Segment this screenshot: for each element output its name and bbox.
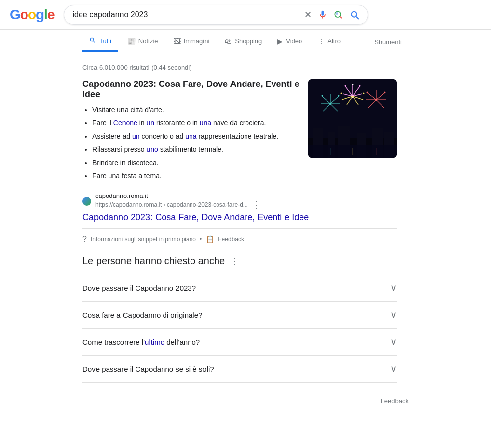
tab-immagini-label: Immagini bbox=[184, 37, 210, 45]
featured-snippet: Capodanno 2023: Cosa Fare, Dove Andare, … bbox=[82, 79, 397, 186]
mic-icon[interactable] bbox=[318, 10, 327, 20]
chevron-down-icon-4: ∨ bbox=[390, 364, 397, 374]
svg-point-41 bbox=[322, 95, 323, 97]
list-item: Fare il Cenone in un ristorante o in una… bbox=[92, 118, 300, 128]
fireworks-image bbox=[308, 79, 397, 158]
search-input[interactable] bbox=[72, 10, 304, 19]
list-item: Brindare in discoteca. bbox=[92, 158, 300, 168]
snippet-title: Capodanno 2023: Cosa Fare, Dove Andare, … bbox=[82, 79, 300, 100]
tab-altro-label: Altro bbox=[327, 37, 341, 45]
svg-point-44 bbox=[384, 92, 386, 93]
tab-notizie[interactable]: 📰 Notizie bbox=[120, 32, 165, 52]
tab-tutti[interactable]: Tutti bbox=[82, 32, 118, 52]
paa-item-1: Dove passare il Capodanno 2023? ∨ bbox=[82, 275, 397, 302]
source-domain: capodanno.roma.it bbox=[95, 192, 261, 199]
logo-o2: o bbox=[28, 7, 36, 23]
nav-tabs: Tutti 📰 Notizie 🖼 Immagini 🛍 Shopping ▶ … bbox=[0, 30, 491, 54]
shopping-tab-icon: 🛍 bbox=[225, 37, 232, 45]
svg-point-38 bbox=[352, 84, 354, 85]
search-icons: ✕ bbox=[304, 9, 360, 20]
snippet-list: Visitare una città d'arte. Fare il Cenon… bbox=[82, 105, 300, 181]
logo-l: l bbox=[44, 7, 47, 23]
video-tab-icon: ▶ bbox=[277, 37, 283, 45]
paa-question-4[interactable]: Dove passare il Capodanno se si è soli? … bbox=[82, 356, 397, 382]
info-icon: ? bbox=[82, 235, 87, 244]
search-button-icon[interactable] bbox=[349, 9, 360, 20]
tab-altro[interactable]: ⋮ Altro bbox=[311, 32, 348, 52]
paa-item-4: Dove passare il Capodanno se si è soli? … bbox=[82, 356, 397, 383]
chevron-down-icon-3: ∨ bbox=[390, 336, 397, 347]
results-count: Circa 6.010.000 risultati (0,44 secondi) bbox=[82, 64, 397, 71]
paa-item-3: Come trascorrere l'ultimo dell'anno? ∨ bbox=[82, 329, 397, 356]
dot-separator: • bbox=[200, 236, 202, 243]
chevron-down-icon-1: ∨ bbox=[390, 282, 397, 293]
more-options-icon[interactable]: ⋮ bbox=[252, 199, 261, 210]
paa-question-1[interactable]: Dove passare il Capodanno 2023? ∨ bbox=[82, 275, 397, 301]
paa-header: Le persone hanno chiesto anche ⋮ bbox=[82, 255, 397, 267]
list-item: Assistere ad un concerto o ad una rappre… bbox=[92, 131, 300, 141]
paa-question-3[interactable]: Come trascorrere l'ultimo dell'anno? ∨ bbox=[82, 329, 397, 355]
list-item: Visitare una città d'arte. bbox=[92, 105, 300, 115]
paa-question-text-2: Cosa fare a Capodanno di originale? bbox=[82, 311, 202, 319]
logo-e: e bbox=[47, 7, 55, 23]
feedback-icon: 📋 bbox=[206, 235, 214, 243]
snippet-content: Capodanno 2023: Cosa Fare, Dove Andare, … bbox=[82, 79, 300, 186]
snippet-feedback-button[interactable]: Feedback bbox=[218, 236, 244, 243]
paa-question-2[interactable]: Cosa fare a Capodanno di originale? ∨ bbox=[82, 302, 397, 328]
source-favicon bbox=[82, 197, 91, 206]
svg-point-40 bbox=[363, 93, 365, 94]
tab-shopping-label: Shopping bbox=[235, 37, 262, 45]
snippet-info-text[interactable]: Informazioni sugli snippet in primo pian… bbox=[91, 236, 196, 243]
google-logo[interactable]: G o o g l e bbox=[10, 7, 54, 23]
list-item: Rilassarsi presso uno stabilimento terma… bbox=[92, 144, 300, 155]
tab-notizie-label: Notizie bbox=[138, 37, 158, 45]
clear-icon[interactable]: ✕ bbox=[304, 9, 312, 20]
bottom-feedback[interactable]: Feedback bbox=[0, 392, 491, 410]
notizie-tab-icon: 📰 bbox=[127, 37, 136, 45]
paa-item-2: Cosa fare a Capodanno di originale? ∨ bbox=[82, 302, 397, 329]
snippet-footer: ? Informazioni sugli snippet in primo pi… bbox=[82, 235, 397, 244]
tab-immagini[interactable]: 🖼 Immagini bbox=[167, 32, 217, 52]
strumenti-button[interactable]: Strumenti bbox=[367, 33, 409, 51]
chevron-down-icon-2: ∨ bbox=[390, 309, 397, 320]
source-info: capodanno.roma.it https://capodanno.roma… bbox=[82, 192, 397, 210]
tab-shopping[interactable]: 🛍 Shopping bbox=[218, 32, 269, 52]
svg-point-42 bbox=[338, 95, 340, 97]
result-link[interactable]: Capodanno 2023: Cosa Fare, Dove Andare, … bbox=[82, 212, 397, 223]
svg-point-36 bbox=[345, 85, 346, 87]
logo-o1: o bbox=[20, 7, 28, 23]
paa-more-icon[interactable]: ⋮ bbox=[230, 256, 239, 267]
header: G o o g l e ✕ bbox=[0, 0, 491, 30]
source-details: capodanno.roma.it https://capodanno.roma… bbox=[95, 192, 261, 210]
paa-question-text-4: Dove passare il Capodanno se si è soli? bbox=[82, 365, 214, 373]
svg-point-1 bbox=[336, 12, 338, 15]
paa-title: Le persone hanno chiesto anche bbox=[82, 255, 225, 267]
search-bar: ✕ bbox=[64, 5, 368, 25]
logo-g: G bbox=[10, 7, 20, 23]
list-item: Fare una festa a tema. bbox=[92, 171, 300, 181]
svg-point-37 bbox=[359, 85, 361, 87]
tab-video-label: Video bbox=[286, 37, 302, 45]
source-url: https://capodanno.roma.it › capodanno-20… bbox=[95, 201, 248, 208]
tab-video[interactable]: ▶ Video bbox=[271, 32, 309, 52]
svg-point-43 bbox=[367, 92, 368, 93]
results-container: Circa 6.010.000 risultati (0,44 secondi)… bbox=[82, 64, 397, 383]
paa-question-text-3: Come trascorrere l'ultimo dell'anno? bbox=[82, 338, 200, 346]
immagini-tab-icon: 🖼 bbox=[174, 37, 181, 45]
altro-tab-icon: ⋮ bbox=[318, 37, 325, 45]
svg-point-39 bbox=[341, 93, 342, 94]
lens-icon[interactable] bbox=[333, 10, 343, 20]
tab-tutti-label: Tutti bbox=[99, 37, 111, 45]
logo-g2: g bbox=[36, 7, 44, 23]
paa-section: Le persone hanno chiesto anche ⋮ Dove pa… bbox=[82, 255, 397, 383]
search-tab-icon bbox=[89, 37, 96, 45]
paa-question-text-1: Dove passare il Capodanno 2023? bbox=[82, 284, 196, 292]
snippet-image bbox=[308, 79, 397, 158]
divider bbox=[82, 228, 397, 229]
main-content: Circa 6.010.000 risultati (0,44 secondi)… bbox=[0, 54, 491, 392]
